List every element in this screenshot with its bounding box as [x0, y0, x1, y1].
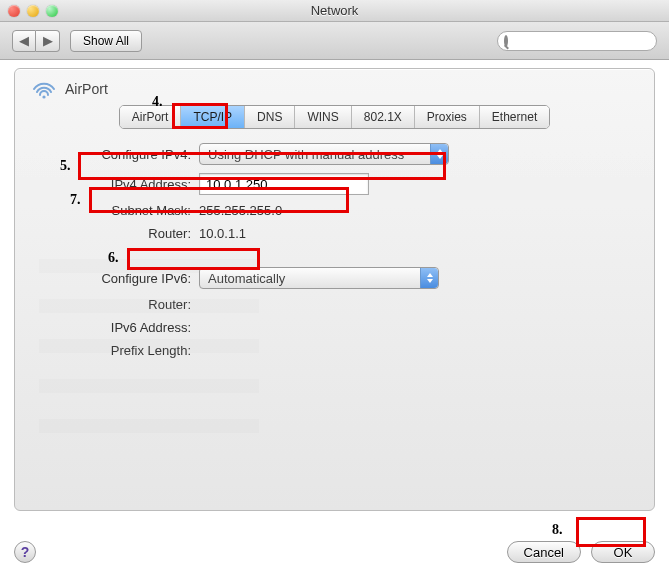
nav-segment: ◀ ▶ [12, 30, 60, 52]
sheet-footer: ? Cancel OK [14, 541, 655, 563]
search-icon [504, 35, 508, 47]
search-field[interactable] [497, 31, 657, 51]
configure-ipv4-label: Configure IPv4: [61, 147, 191, 162]
search-input[interactable] [512, 33, 666, 49]
cancel-button[interactable]: Cancel [507, 541, 581, 563]
configure-ipv4-value: Using DHCP with manual address [208, 147, 404, 162]
configure-ipv6-label: Configure IPv6: [61, 271, 191, 286]
configure-ipv6-value: Automatically [208, 271, 285, 286]
ipv6-address-label: IPv6 Address: [61, 320, 191, 335]
configure-ipv6-select[interactable]: Automatically [199, 267, 439, 289]
help-button[interactable]: ? [14, 541, 36, 563]
back-button[interactable]: ◀ [12, 30, 36, 52]
forward-button[interactable]: ▶ [36, 30, 60, 52]
tab-wins[interactable]: WINS [295, 106, 351, 128]
help-icon: ? [21, 544, 30, 560]
window-title: Network [0, 3, 669, 18]
router-value: 10.0.1.1 [199, 226, 246, 241]
service-name: AirPort [65, 81, 108, 97]
tab-proxies[interactable]: Proxies [415, 106, 480, 128]
stepper-icon [430, 144, 448, 164]
subnet-mask-label: Subnet Mask: [61, 203, 191, 218]
annotation-num-8: 8. [552, 522, 563, 538]
tab-dns[interactable]: DNS [245, 106, 295, 128]
advanced-sheet: AirPort AirPortTCP/IPDNSWINS802.1XProxie… [14, 68, 655, 511]
airport-icon [31, 79, 57, 99]
router6-label: Router: [61, 297, 191, 312]
ipv4-address-field[interactable] [199, 173, 369, 195]
chevron-left-icon: ◀ [19, 33, 29, 48]
tab-tcp-ip[interactable]: TCP/IP [181, 106, 245, 128]
toolbar: ◀ ▶ Show All [0, 22, 669, 60]
tabs: AirPortTCP/IPDNSWINS802.1XProxiesEtherne… [119, 105, 550, 129]
ok-button[interactable]: OK [591, 541, 655, 563]
tcpip-form: Configure IPv4: Using DHCP with manual a… [61, 143, 638, 358]
stepper-icon [420, 268, 438, 288]
show-all-button[interactable]: Show All [70, 30, 142, 52]
configure-ipv4-select[interactable]: Using DHCP with manual address [199, 143, 449, 165]
show-all-label: Show All [83, 34, 129, 48]
chevron-right-icon: ▶ [43, 33, 53, 48]
cancel-label: Cancel [524, 545, 564, 560]
svg-point-0 [42, 95, 45, 98]
ipv4-address-label: IPv4 Address: [61, 177, 191, 192]
router-label: Router: [61, 226, 191, 241]
tab-802-1x[interactable]: 802.1X [352, 106, 415, 128]
tab-ethernet[interactable]: Ethernet [480, 106, 549, 128]
subnet-mask-value: 255.255.255.0 [199, 203, 282, 218]
ok-label: OK [614, 545, 633, 560]
tab-airport[interactable]: AirPort [120, 106, 182, 128]
prefix-length-label: Prefix Length: [61, 343, 191, 358]
window-titlebar: Network [0, 0, 669, 22]
